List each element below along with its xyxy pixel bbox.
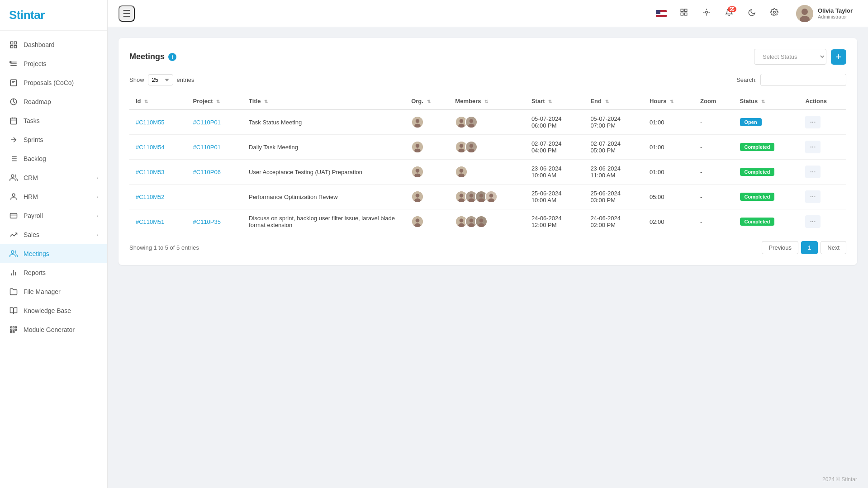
sidebar-item-file-manager[interactable]: File Manager: [0, 282, 107, 301]
sidebar-item-meetings[interactable]: Meetings: [0, 244, 107, 263]
crm-chevron: ›: [96, 175, 98, 180]
language-selector[interactable]: [653, 5, 669, 22]
col-org[interactable]: Org. ⇅: [405, 93, 449, 109]
sidebar-label-crm: CRM: [24, 174, 96, 181]
table-controls: Show 25 10 50 100 entries Search:: [129, 74, 846, 86]
sort-icon-id: ⇅: [144, 99, 148, 104]
projects-icon: [9, 59, 18, 68]
org-avatar-cell: [405, 135, 449, 160]
sidebar-item-projects[interactable]: Projects: [0, 54, 107, 73]
row-actions-button[interactable]: ···: [805, 215, 820, 228]
start-date: 24-06-2024 12:00 PM: [525, 209, 584, 234]
svg-point-56: [459, 173, 465, 178]
sidebar-item-payroll[interactable]: Payroll ›: [0, 206, 107, 225]
col-zoom: Zoom: [694, 93, 734, 109]
svg-point-11: [11, 251, 14, 253]
sidebar-item-tasks[interactable]: Tasks: [0, 111, 107, 130]
settings-button[interactable]: [766, 5, 783, 22]
status-badge: Completed: [740, 168, 775, 176]
sidebar-item-reports[interactable]: Reports: [0, 263, 107, 282]
layout-button[interactable]: [698, 5, 715, 22]
col-hours[interactable]: Hours ⇅: [643, 93, 694, 109]
backlog-icon: [9, 154, 18, 163]
zoom: -: [694, 185, 734, 209]
next-button[interactable]: Next: [821, 241, 846, 254]
avatar: [411, 190, 424, 203]
svg-point-50: [469, 148, 475, 153]
sidebar-label-file-manager: File Manager: [24, 288, 98, 295]
file-manager-icon: [9, 287, 18, 296]
sort-icon-project: ⇅: [216, 99, 220, 104]
grid-button[interactable]: [676, 5, 692, 22]
col-id[interactable]: Id ⇅: [129, 93, 187, 109]
notifications-button[interactable]: 55: [721, 5, 737, 22]
sidebar-label-roadmap: Roadmap: [24, 98, 98, 105]
meeting-title: Discuss on sprint, backlog user filter i…: [242, 209, 405, 234]
svg-point-58: [416, 194, 420, 198]
previous-button[interactable]: Previous: [762, 241, 798, 254]
meeting-id-link[interactable]: #C110M53: [136, 169, 165, 175]
project-link[interactable]: #C110P35: [193, 218, 221, 225]
sidebar-item-roadmap[interactable]: Roadmap: [0, 92, 107, 111]
project-link[interactable]: #C110P01: [193, 119, 221, 126]
sidebar-item-sales[interactable]: Sales ›: [0, 225, 107, 244]
col-title[interactable]: Title ⇅: [242, 93, 405, 109]
sidebar-item-sprints[interactable]: Sprints: [0, 130, 107, 149]
status-cell: Completed: [734, 135, 799, 160]
svg-point-24: [706, 11, 708, 14]
zoom: -: [694, 160, 734, 185]
col-actions: Actions: [799, 93, 846, 109]
entries-select[interactable]: 25 10 50 100: [148, 74, 173, 85]
sidebar-item-module-generator[interactable]: Module Generator: [0, 320, 107, 339]
member-avatar: [465, 141, 478, 153]
meeting-id-link[interactable]: #C110M55: [136, 119, 165, 126]
meeting-id-link[interactable]: #C110M54: [136, 144, 165, 151]
col-start[interactable]: Start ⇅: [525, 93, 584, 109]
add-meeting-button[interactable]: +: [831, 49, 846, 65]
row-actions-button[interactable]: ···: [805, 190, 820, 203]
svg-rect-23: [684, 13, 687, 15]
menu-toggle-button[interactable]: ☰: [119, 5, 135, 22]
search-input[interactable]: [760, 74, 846, 86]
copyright-text: 2024 © Stintar: [822, 476, 857, 483]
page-1-button[interactable]: 1: [801, 241, 818, 254]
svg-rect-1: [14, 42, 17, 44]
svg-point-35: [414, 123, 421, 128]
svg-rect-20: [681, 9, 683, 11]
sidebar-item-backlog[interactable]: Backlog: [0, 149, 107, 168]
meeting-id-link[interactable]: #C110M51: [136, 218, 165, 225]
svg-point-73: [416, 218, 420, 223]
svg-point-79: [470, 218, 474, 223]
tasks-icon: [9, 116, 18, 125]
actions-cell: ···: [799, 135, 846, 160]
row-actions-button[interactable]: ···: [805, 141, 820, 153]
sidebar-item-knowledge-base[interactable]: Knowledge Base: [0, 301, 107, 320]
sidebar-item-crm[interactable]: CRM ›: [0, 168, 107, 187]
sidebar-label-payroll: Payroll: [24, 212, 96, 219]
user-profile[interactable]: Olivia Taylor Administrator: [792, 2, 857, 25]
row-actions-button[interactable]: ···: [805, 166, 820, 178]
col-members[interactable]: Members ⇅: [449, 93, 525, 109]
info-icon[interactable]: i: [168, 53, 176, 61]
sidebar-label-tasks: Tasks: [24, 117, 98, 124]
sidebar-label-sales: Sales: [24, 231, 96, 238]
sidebar-item-dashboard[interactable]: Dashboard: [0, 35, 107, 54]
dark-mode-button[interactable]: [744, 5, 760, 22]
status-select[interactable]: Select Status Open Completed: [754, 49, 826, 65]
app-logo[interactable]: Stintar: [9, 8, 98, 22]
col-end[interactable]: End ⇅: [584, 93, 643, 109]
svg-point-37: [460, 119, 464, 123]
project-link[interactable]: #C110P01: [193, 144, 221, 151]
avatar: [411, 166, 424, 178]
meeting-id-link[interactable]: #C110M52: [136, 194, 165, 200]
start-date: 05-07-2024 06:00 PM: [525, 109, 584, 135]
project-link[interactable]: #C110P06: [193, 169, 221, 175]
col-project[interactable]: Project ⇅: [187, 93, 243, 109]
sidebar-label-proposals: Proposals (CoCo): [24, 79, 98, 86]
sidebar-item-hrm[interactable]: HRM ›: [0, 187, 107, 206]
col-status[interactable]: Status ⇅: [734, 93, 799, 109]
meeting-title: Performance Optimization Review: [242, 185, 405, 209]
row-actions-button[interactable]: ···: [805, 116, 820, 128]
sidebar-item-proposals[interactable]: Proposals (CoCo): [0, 73, 107, 92]
main-area: ☰ 55: [108, 0, 868, 488]
